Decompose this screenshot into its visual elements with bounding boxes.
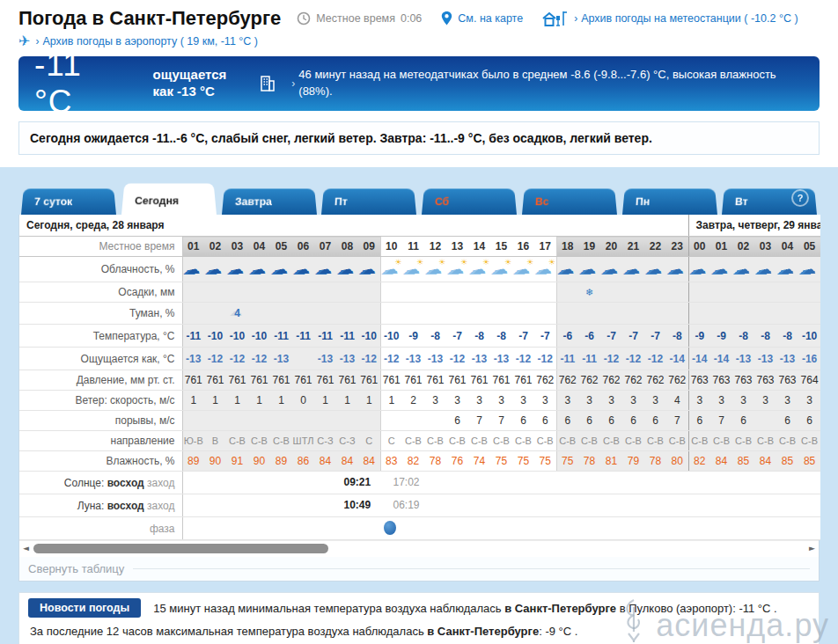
temperature-cell: -11 [336, 325, 358, 348]
feels-like-text: ощущается как -13 °C [153, 67, 227, 100]
precip-cell [666, 282, 688, 303]
wind-gust-cell [226, 411, 248, 431]
cloud-icon: ☀☁ [490, 257, 512, 282]
wind-speed-cell: 3 [644, 391, 666, 411]
wind-gust-cell: 7 [468, 411, 490, 431]
map-link[interactable]: См. на карте [458, 12, 523, 25]
cloud-icon: ☁ [688, 257, 710, 282]
humidity-cell: 84 [754, 451, 776, 472]
feels-like-cell [292, 348, 314, 370]
precip-cell [380, 282, 402, 303]
feels-like-cell: -12 [380, 348, 402, 370]
temperature-cell: -6 [578, 325, 600, 348]
humidity-cell: 74 [468, 451, 490, 472]
news-line-2: За последние 12 часов максимальная темпе… [30, 625, 810, 638]
humidity-cell: 84 [358, 451, 380, 472]
hour-cell: 16 [512, 237, 534, 257]
pressure-cell: 761 [490, 370, 512, 391]
wind-direction-cell: С-В [512, 431, 534, 451]
tab-Сегодня[interactable]: Сегодня [121, 183, 217, 215]
tab-Вс[interactable]: Вс [522, 189, 617, 215]
forecast-summary: Сегодня ожидается -11..-6 °C, слабый сне… [18, 121, 820, 155]
wind-gust-cell [314, 411, 336, 431]
fog-cell [798, 303, 820, 325]
feels-like-cell: -13 [424, 348, 446, 370]
tab-bar: 7 сутокСегодняЗавтраПтСбВсПнВт? [18, 181, 820, 215]
wind-direction-cell: С-В [556, 431, 578, 451]
map-link-block[interactable]: См. на карте [441, 11, 523, 26]
wind-speed-cell: 1 [314, 391, 336, 411]
precip-cell [622, 282, 644, 303]
row-label-sun: Солнце: восход заход [19, 472, 182, 494]
wind-speed-cell: 3 [776, 391, 798, 411]
scroll-left-icon[interactable]: ◄ [23, 544, 29, 553]
hour-cell: 19 [578, 237, 600, 257]
airport-archive-link[interactable]: Архив погоды в аэропорту ( 19 км, -11 °C… [42, 35, 258, 48]
wind-direction-cell: С-З [336, 431, 358, 451]
cloud-icon: ☁ [622, 257, 644, 282]
hour-cell: 23 [666, 237, 688, 257]
precip-cell [182, 282, 204, 303]
fog-cell [578, 303, 600, 325]
forecast-table: Сегодня, среда, 28 январяЗавтра, четверг… [19, 215, 820, 540]
pressure-cell: 761 [446, 370, 468, 391]
collapse-table-link[interactable]: Свернуть таблицу [28, 562, 124, 575]
pressure-cell: 763 [776, 370, 798, 391]
wind-speed-cell: 3 [556, 391, 578, 411]
precip-cell [644, 282, 666, 303]
feels-like-cell: -14 [666, 348, 688, 370]
tab-Пт[interactable]: Пт [321, 189, 416, 215]
tab-7 суток[interactable]: 7 суток [21, 189, 116, 215]
tab-Пн[interactable]: Пн [622, 189, 717, 215]
cloud-icon: ☁ [666, 257, 688, 282]
fog-cell [292, 303, 314, 325]
precip-cell [688, 282, 710, 303]
feels-like-cell: -12 [600, 348, 622, 370]
pressure-cell: 762 [644, 370, 666, 391]
cloud-icon: ☁ [798, 257, 820, 282]
wind-direction-cell: С-В [270, 431, 292, 451]
humidity-cell: 91 [226, 451, 248, 472]
row-label-wgst: порывы, м/с [19, 411, 182, 431]
main-area: 7 сутокСегодняЗавтраПтСбВсПнВт? Сегодня,… [0, 181, 838, 644]
fog-cell [754, 303, 776, 325]
temperature-cell: -8 [468, 325, 490, 348]
pressure-cell: 762 [622, 370, 644, 391]
hour-cell: 01 [710, 237, 732, 257]
pressure-cell: 761 [292, 370, 314, 391]
wind-gust-cell: 7 [490, 411, 512, 431]
scroll-right-icon[interactable]: ► [809, 544, 815, 553]
temperature-cell: -10 [204, 325, 226, 348]
humidity-cell: 84 [336, 451, 358, 472]
date-today: Сегодня, среда, 28 января [19, 215, 688, 237]
tab-Завтра[interactable]: Завтра [222, 189, 317, 215]
tab-Сб[interactable]: Сб [422, 189, 517, 215]
pressure-cell: 764 [798, 370, 820, 391]
station-link-block[interactable]: › Архив погоды на метеостанции ( -10.2 °… [542, 11, 798, 26]
hour-cell: 11 [402, 237, 424, 257]
news-badge[interactable]: Новости погоды [28, 598, 141, 618]
precip-cell [512, 282, 534, 303]
wind-direction-cell: ШТЛ [292, 431, 314, 451]
pressure-cell: 761 [226, 370, 248, 391]
fog-icon: ☁4 [226, 303, 248, 325]
wind-speed-cell: 1 [270, 391, 292, 411]
chevron-icon: › [35, 35, 39, 48]
wind-gust-cell: 6 [556, 411, 578, 431]
fog-cell [556, 303, 578, 325]
pressure-cell: 761 [424, 370, 446, 391]
pressure-cell: 762 [534, 370, 556, 391]
wind-gust-cell: 6 [534, 411, 556, 431]
divider [133, 568, 810, 569]
scrollbar-thumb[interactable] [33, 544, 328, 553]
horizontal-scrollbar[interactable]: ◄ ► [19, 540, 819, 557]
help-icon[interactable]: ? [791, 189, 809, 207]
station-archive-link[interactable]: Архив погоды на метеостанции ( -10.2 °C … [581, 12, 798, 25]
humidity-cell: 80 [666, 451, 688, 472]
wind-speed-cell: 4 [666, 391, 688, 411]
row-label-hum: Влажность, % [19, 451, 182, 472]
airport-link-block[interactable]: ✈ › Архив погоды в аэропорту ( 19 км, -1… [18, 35, 820, 48]
row-label-press: Давление, мм рт. ст. [19, 370, 182, 391]
wind-gust-cell: 6 [688, 411, 710, 431]
wind-gust-cell: 6 [600, 411, 622, 431]
